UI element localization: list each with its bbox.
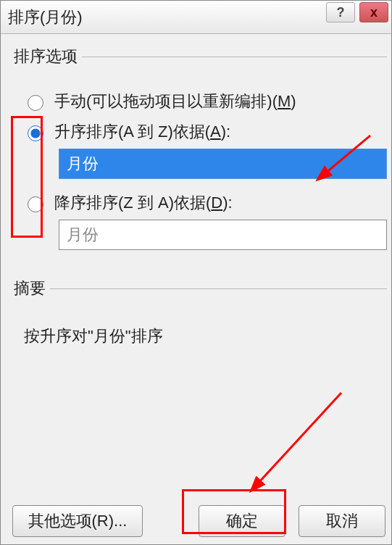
ok-button[interactable]: 确定 bbox=[199, 505, 285, 537]
close-button[interactable]: x bbox=[359, 2, 388, 22]
ascending-label[interactable]: 升序排序(A 到 Z)依据(A): bbox=[54, 121, 230, 143]
sort-options-legend: 排序选项 bbox=[14, 46, 82, 67]
ascending-field-combo[interactable]: 月份 bbox=[59, 149, 387, 179]
descending-label[interactable]: 降序排序(Z 到 A)依据(D): bbox=[54, 192, 233, 214]
manual-radio[interactable] bbox=[28, 95, 43, 111]
annotation-arrow-bottom bbox=[240, 382, 356, 498]
button-bar: 其他选项(R)... 确定 取消 bbox=[1, 505, 391, 537]
svg-line-1 bbox=[258, 393, 341, 483]
help-button[interactable]: ? bbox=[326, 2, 355, 22]
summary-group: 摘要 按升序对"月份"排序 bbox=[14, 278, 387, 347]
ascending-sort-row: 升序排序(A 到 Z)依据(A): bbox=[24, 121, 387, 143]
dialog-body: 排序选项 手动(可以拖动项目以重新编排)(M) 升序排序(A 到 Z)依据(A)… bbox=[1, 34, 391, 544]
descending-radio[interactable] bbox=[28, 196, 43, 212]
manual-sort-row: 手动(可以拖动项目以重新编排)(M) bbox=[24, 91, 387, 112]
help-icon: ? bbox=[337, 5, 345, 20]
manual-label[interactable]: 手动(可以拖动项目以重新编排)(M) bbox=[54, 91, 296, 112]
window-title: 排序(月份) bbox=[8, 7, 83, 28]
cancel-button[interactable]: 取消 bbox=[299, 505, 385, 537]
descending-sort-row: 降序排序(Z 到 A)依据(D): bbox=[24, 192, 387, 214]
descending-field-value: 月份 bbox=[67, 224, 99, 246]
ascending-radio[interactable] bbox=[28, 125, 43, 141]
ascending-field-value: 月份 bbox=[67, 153, 99, 175]
titlebar-buttons: ? x bbox=[326, 2, 388, 22]
close-icon: x bbox=[370, 5, 378, 20]
more-options-button[interactable]: 其他选项(R)... bbox=[12, 505, 143, 537]
titlebar: 排序(月份) ? x bbox=[1, 1, 391, 34]
descending-field-combo[interactable]: 月份 bbox=[59, 220, 387, 250]
summary-text: 按升序对"月份"排序 bbox=[24, 325, 387, 347]
summary-legend: 摘要 bbox=[14, 278, 50, 299]
sort-dialog: 排序(月份) ? x 排序选项 手动(可以拖动项目以重新编排)(M) 升序排序(… bbox=[0, 0, 392, 545]
sort-options-group: 排序选项 手动(可以拖动项目以重新编排)(M) 升序排序(A 到 Z)依据(A)… bbox=[14, 46, 387, 263]
